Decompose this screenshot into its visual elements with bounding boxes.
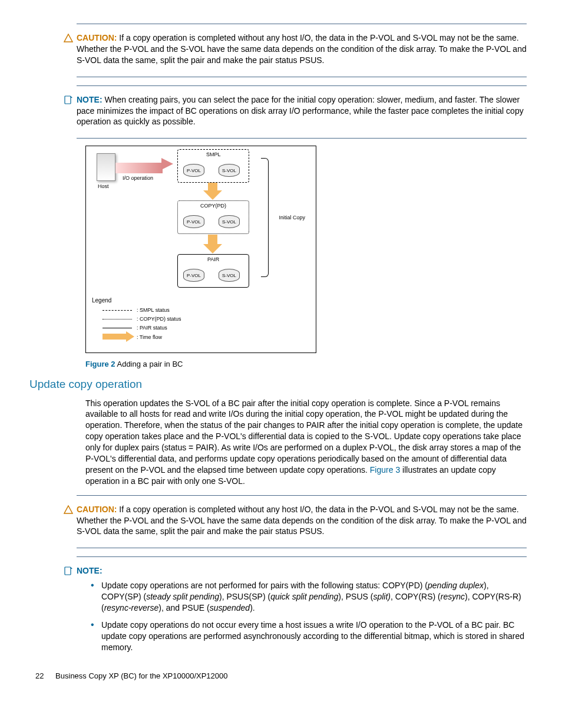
caution-text: If a copy operation is completed without… — [77, 505, 527, 536]
body-paragraph: This operation updates the S-VOL of a BC… — [85, 398, 527, 487]
flow-arrow-2 — [208, 235, 217, 245]
initial-copy-label: Initial Copy — [279, 214, 305, 221]
host-label: Host — [98, 183, 109, 190]
page-footer: 22 Business Copy XP (BC) for the XP10000… — [35, 671, 527, 681]
host-icon — [97, 153, 115, 181]
caution-text: If a copy operation is completed without… — [77, 33, 527, 65]
figure-2-diagram: Host I/O operation SMPL P-VOL S-VOL COPY… — [85, 146, 316, 353]
note-block-2: NOTE: Update copy operations are not per… — [77, 557, 527, 653]
divider — [77, 138, 527, 139]
caution-label: CAUTION: — [77, 33, 117, 42]
flow-arrow-1 — [208, 183, 217, 192]
io-arrow — [115, 163, 163, 173]
caution-label: CAUTION: — [77, 505, 117, 514]
svg-rect-1 — [65, 567, 71, 575]
brace — [261, 158, 269, 277]
note-icon — [64, 566, 73, 576]
note-label: NOTE: — [77, 566, 103, 575]
page-number: 22 — [35, 671, 44, 680]
footer-title: Business Copy XP (BC) for the XP10000/XP… — [55, 671, 227, 680]
note-block-1: NOTE: When creating pairs, you can selec… — [77, 86, 527, 139]
note-list: Update copy operations are not performed… — [77, 580, 527, 653]
svol-cyl: S-VOL — [219, 164, 240, 177]
io-label: I/O operation — [123, 174, 153, 182]
section-heading: Update copy operation — [29, 377, 527, 392]
list-item: Update copy operations are not performed… — [94, 580, 527, 614]
legend-title: Legend — [92, 297, 111, 305]
caution-block-1: CAUTION: If a copy operation is complete… — [77, 24, 527, 77]
caution-icon — [64, 34, 73, 43]
svg-rect-0 — [65, 96, 71, 104]
list-item: Update copy operations do not occur ever… — [94, 620, 527, 653]
figure-3-link[interactable]: Figure 3 — [370, 465, 400, 475]
caution-block-2: CAUTION: If a copy operation is complete… — [77, 496, 527, 548]
io-arrow-head — [161, 158, 173, 170]
note-label: NOTE: — [77, 95, 103, 104]
caution-icon — [64, 505, 73, 515]
note-text: When creating pairs, you can select the … — [77, 95, 524, 127]
figure-2-caption: Figure 2 Adding a pair in BC — [85, 359, 527, 370]
note-icon — [64, 95, 73, 105]
pvol-cyl: P-VOL — [183, 164, 204, 177]
